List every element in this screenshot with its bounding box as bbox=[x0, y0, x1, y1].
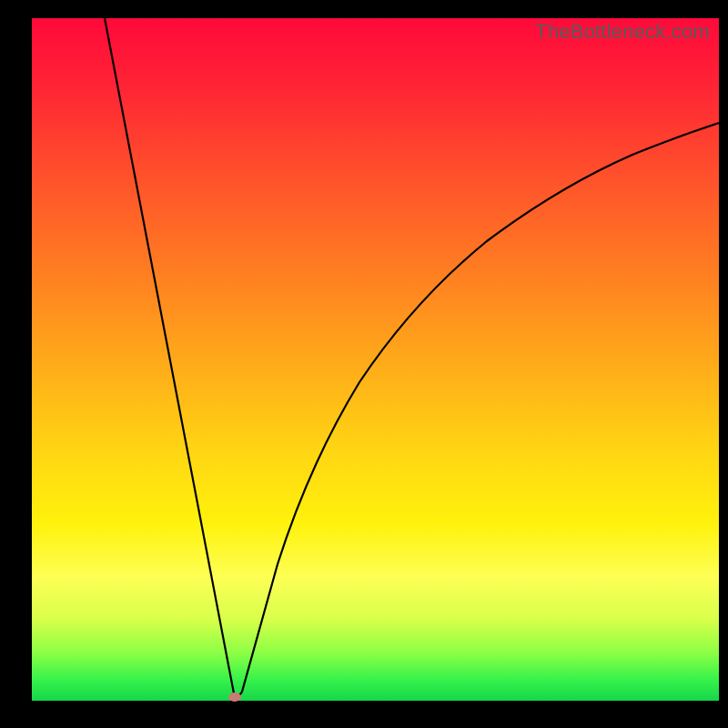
plot-area: TheBottleneck.com bbox=[32, 18, 719, 701]
curve-path bbox=[105, 18, 719, 697]
chart-frame: TheBottleneck.com bbox=[0, 0, 728, 728]
bottleneck-curve bbox=[32, 18, 719, 701]
optimum-marker bbox=[228, 693, 241, 702]
